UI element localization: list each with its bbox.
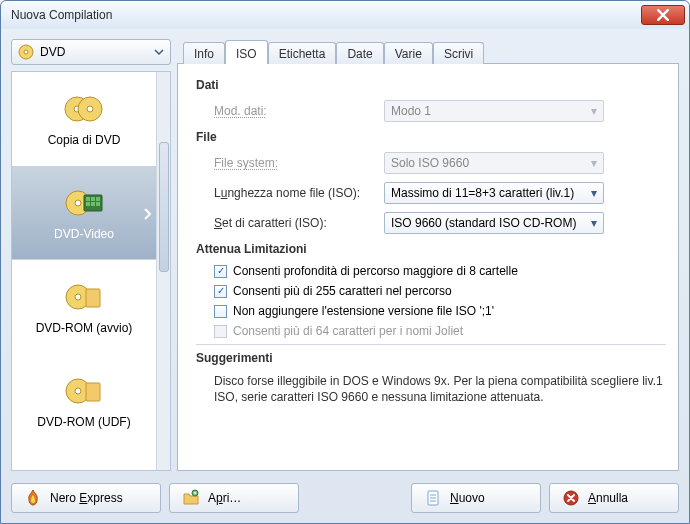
checkbox-path-depth[interactable] [214,265,227,278]
row-filesystem: File system: Solo ISO 9660 ▾ [214,152,666,174]
sidebar-item-copy-dvd[interactable]: Copia di DVD [12,72,156,166]
svg-rect-13 [91,202,95,206]
sidebar-item-dvd-video[interactable]: DVD-Video [12,166,156,260]
chevron-down-icon: ▾ [581,216,597,230]
chk-row-depth: Consenti profondità di percorso maggiore… [214,264,666,278]
folder-open-icon [182,489,200,507]
new-document-icon [424,489,442,507]
row-filename-length: Lunghezza nome file (ISO): Massimo di 11… [214,182,666,204]
disc-type-select[interactable]: DVD [11,39,171,65]
button-text: Apri… [208,491,241,505]
svg-rect-14 [96,202,100,206]
button-text: Nero Express [50,491,123,505]
svg-point-19 [75,388,81,394]
tab-label: Varie [395,47,422,61]
close-button[interactable] [641,5,685,25]
chevron-down-icon: ▾ [581,104,597,118]
tab-label: Info [194,47,214,61]
row-data-mode: Mod. dati: Modo 1 ▾ [214,100,666,122]
close-icon [657,9,669,21]
select-filename-length[interactable]: Massimo di 11=8+3 caratteri (liv.1) ▾ [384,182,604,204]
tab-label: Etichetta [279,47,326,61]
chevron-down-icon [154,47,164,57]
template-list: Copia di DVD DVD-Video [11,71,171,471]
tab-label: Scrivi [444,47,473,61]
tab-iso[interactable]: ISO [225,40,268,64]
section-hints-heading: Suggerimenti [196,351,666,365]
hint-text: Disco forse illeggibile in DOS e Windows… [214,373,666,405]
copy-dvd-icon [62,91,106,127]
flame-icon [24,489,42,507]
tab-dates[interactable]: Date [336,42,383,64]
disc-icon [18,44,34,60]
svg-point-7 [75,200,81,206]
chk-row-version-ext: Non aggiungere l'estensione versione fil… [214,304,666,318]
new-button[interactable]: Nuovo [411,483,541,513]
svg-point-5 [87,106,93,112]
cancel-icon [562,489,580,507]
sidebar-item-label: DVD-Video [54,227,114,241]
button-text: Annulla [588,491,628,505]
main-panel: Info ISO Etichetta Date Varie Scrivi Dat… [177,39,679,471]
row-charset: Set di caratteri (ISO): ISO 9660 (standa… [214,212,666,234]
dialog-body: DVD Copia di DVD [1,29,689,481]
tab-info[interactable]: Info [183,42,225,64]
select-filesystem: Solo ISO 9660 ▾ [384,152,604,174]
chk-row-joliet64: Consenti più di 64 caratteri per i nomi … [214,324,666,338]
titlebar: Nuova Compilation [1,1,689,29]
dvd-video-icon [62,185,106,221]
tab-burn[interactable]: Scrivi [433,42,484,64]
sidebar-item-label: Copia di DVD [48,133,121,147]
label-filename-length: Lunghezza nome file (ISO): [214,186,374,200]
select-value: Modo 1 [391,104,581,118]
svg-rect-11 [96,197,100,201]
chevron-down-icon: ▾ [581,186,597,200]
template-items: Copia di DVD DVD-Video [12,72,156,470]
open-button[interactable]: Apri… [169,483,299,513]
sidebar-item-dvd-rom-udf[interactable]: DVD-ROM (UDF) [12,354,156,448]
label-charset: Set di caratteri (ISO): [214,216,374,230]
divider [196,344,666,345]
select-value: Massimo di 11=8+3 caratteri (liv.1) [391,186,581,200]
tab-misc[interactable]: Varie [384,42,433,64]
cancel-button[interactable]: Annulla [549,483,679,513]
section-file-heading: File [196,130,666,144]
dvd-rom-boot-icon [62,279,106,315]
sidebar-scrollbar[interactable] [156,72,170,470]
svg-rect-20 [86,383,100,401]
checkbox-label: Non aggiungere l'estensione versione fil… [233,304,494,318]
nero-express-button[interactable]: Nero Express [11,483,161,513]
label-filesystem: File system: [214,156,374,170]
dialog-window: Nuova Compilation DVD [0,0,690,524]
window-title: Nuova Compilation [11,8,641,22]
svg-rect-17 [86,289,100,307]
chevron-down-icon: ▾ [581,156,597,170]
svg-rect-12 [86,202,90,206]
svg-point-16 [75,294,81,300]
tab-label: Date [347,47,372,61]
scrollbar-thumb[interactable] [159,142,169,272]
select-value: ISO 9660 (standard ISO CD-ROM) [391,216,581,230]
sidebar-item-label: DVD-ROM (avvio) [36,321,133,335]
label-data-mode: Mod. dati: [214,104,374,118]
checkbox-label: Consenti profondità di percorso maggiore… [233,264,518,278]
svg-rect-10 [91,197,95,201]
tab-label: ISO [236,47,257,61]
svg-rect-9 [86,197,90,201]
checkbox-joliet-64 [214,325,227,338]
dvd-rom-udf-icon [62,373,106,409]
checkbox-255-chars[interactable] [214,285,227,298]
select-charset[interactable]: ISO 9660 (standard ISO CD-ROM) ▾ [384,212,604,234]
sidebar-item-dvd-rom-boot[interactable]: DVD-ROM (avvio) [12,260,156,354]
dialog-footer: Nero Express Apri… Nuovo Annulla [1,481,689,523]
chevron-right-icon [144,208,152,220]
section-data-heading: Dati [196,78,666,92]
checkbox-label: Consenti più di 64 caratteri per i nomi … [233,324,463,338]
left-column: DVD Copia di DVD [11,39,171,471]
checkbox-version-ext[interactable] [214,305,227,318]
chk-row-255chars: Consenti più di 255 caratteri nel percor… [214,284,666,298]
sidebar-item-label: DVD-ROM (UDF) [37,415,130,429]
checkbox-label: Consenti più di 255 caratteri nel percor… [233,284,452,298]
svg-point-1 [24,50,28,54]
tab-label-tab[interactable]: Etichetta [268,42,337,64]
